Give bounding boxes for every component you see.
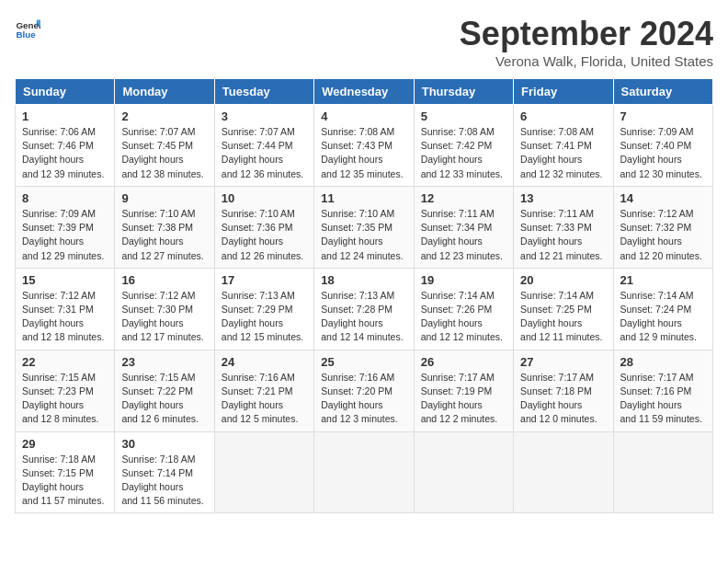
- day-info: Sunrise: 7:11 AM Sunset: 7:34 PM Dayligh…: [421, 207, 506, 263]
- day-info: Sunrise: 7:08 AM Sunset: 7:43 PM Dayligh…: [321, 125, 406, 181]
- day-info: Sunrise: 7:07 AM Sunset: 7:44 PM Dayligh…: [222, 125, 307, 181]
- day-info: Sunrise: 7:14 AM Sunset: 7:26 PM Dayligh…: [421, 289, 506, 345]
- calendar-cell: 22 Sunrise: 7:15 AM Sunset: 7:23 PM Dayl…: [16, 350, 115, 431]
- day-number: 22: [22, 355, 108, 369]
- day-info: Sunrise: 7:17 AM Sunset: 7:19 PM Dayligh…: [421, 371, 506, 427]
- calendar-row: 22 Sunrise: 7:15 AM Sunset: 7:23 PM Dayl…: [16, 350, 713, 431]
- day-info: Sunrise: 7:10 AM Sunset: 7:36 PM Dayligh…: [222, 207, 307, 263]
- day-number: 7: [620, 109, 706, 123]
- weekday-header: Wednesday: [314, 79, 414, 105]
- day-number: 10: [222, 191, 307, 205]
- calendar-cell: 29 Sunrise: 7:18 AM Sunset: 7:15 PM Dayl…: [16, 431, 115, 513]
- day-info: Sunrise: 7:17 AM Sunset: 7:18 PM Dayligh…: [520, 371, 606, 427]
- day-info: Sunrise: 7:17 AM Sunset: 7:16 PM Dayligh…: [620, 371, 706, 427]
- weekday-header-row: SundayMondayTuesdayWednesdayThursdayFrid…: [16, 79, 713, 105]
- day-number: 9: [121, 191, 207, 205]
- day-number: 11: [321, 191, 406, 205]
- calendar-cell: 18 Sunrise: 7:13 AM Sunset: 7:28 PM Dayl…: [314, 268, 414, 350]
- day-number: 18: [321, 273, 406, 287]
- logo-icon: General Blue: [15, 15, 40, 40]
- weekday-header: Monday: [115, 79, 214, 105]
- calendar-cell: 30 Sunrise: 7:18 AM Sunset: 7:14 PM Dayl…: [115, 431, 214, 513]
- calendar-cell: 10 Sunrise: 7:10 AM Sunset: 7:36 PM Dayl…: [214, 186, 313, 268]
- calendar-cell: 8 Sunrise: 7:09 AM Sunset: 7:39 PM Dayli…: [16, 186, 115, 268]
- day-number: 16: [121, 273, 207, 287]
- day-number: 19: [421, 273, 506, 287]
- calendar-cell: 4 Sunrise: 7:08 AM Sunset: 7:43 PM Dayli…: [314, 105, 414, 187]
- day-number: 29: [22, 437, 108, 451]
- calendar-row: 1 Sunrise: 7:06 AM Sunset: 7:46 PM Dayli…: [16, 105, 713, 187]
- weekday-header: Thursday: [414, 79, 513, 105]
- weekday-header: Saturday: [613, 79, 712, 105]
- calendar-cell: 12 Sunrise: 7:11 AM Sunset: 7:34 PM Dayl…: [414, 186, 513, 268]
- day-number: 20: [520, 273, 606, 287]
- calendar-cell: [514, 431, 613, 513]
- calendar-cell: [214, 431, 313, 513]
- calendar-cell: 23 Sunrise: 7:15 AM Sunset: 7:22 PM Dayl…: [115, 350, 214, 431]
- calendar-table: SundayMondayTuesdayWednesdayThursdayFrid…: [15, 78, 713, 513]
- calendar-cell: [414, 431, 513, 513]
- calendar-cell: 25 Sunrise: 7:16 AM Sunset: 7:20 PM Dayl…: [314, 350, 414, 431]
- day-number: 27: [520, 355, 606, 369]
- day-number: 23: [121, 355, 207, 369]
- weekday-header: Friday: [514, 79, 613, 105]
- day-number: 25: [321, 355, 406, 369]
- day-number: 17: [222, 273, 307, 287]
- day-info: Sunrise: 7:16 AM Sunset: 7:20 PM Dayligh…: [321, 371, 406, 427]
- title-area: September 2024 Verona Walk, Florida, Uni…: [460, 15, 713, 69]
- calendar-cell: 9 Sunrise: 7:10 AM Sunset: 7:38 PM Dayli…: [115, 186, 214, 268]
- day-number: 21: [620, 273, 706, 287]
- logo: General Blue: [15, 15, 40, 40]
- calendar-cell: 17 Sunrise: 7:13 AM Sunset: 7:29 PM Dayl…: [214, 268, 313, 350]
- calendar-row: 8 Sunrise: 7:09 AM Sunset: 7:39 PM Dayli…: [16, 186, 713, 268]
- calendar-cell: [613, 431, 712, 513]
- calendar-row: 29 Sunrise: 7:18 AM Sunset: 7:15 PM Dayl…: [16, 431, 713, 513]
- calendar-cell: 27 Sunrise: 7:17 AM Sunset: 7:18 PM Dayl…: [514, 350, 613, 431]
- calendar-cell: 2 Sunrise: 7:07 AM Sunset: 7:45 PM Dayli…: [115, 105, 214, 187]
- calendar-cell: 28 Sunrise: 7:17 AM Sunset: 7:16 PM Dayl…: [613, 350, 712, 431]
- day-number: 30: [121, 437, 207, 451]
- calendar-cell: 5 Sunrise: 7:08 AM Sunset: 7:42 PM Dayli…: [414, 105, 513, 187]
- calendar-cell: 13 Sunrise: 7:11 AM Sunset: 7:33 PM Dayl…: [514, 186, 613, 268]
- day-info: Sunrise: 7:18 AM Sunset: 7:15 PM Dayligh…: [22, 453, 108, 509]
- calendar-cell: [314, 431, 414, 513]
- day-info: Sunrise: 7:16 AM Sunset: 7:21 PM Dayligh…: [222, 371, 307, 427]
- day-info: Sunrise: 7:08 AM Sunset: 7:41 PM Dayligh…: [520, 125, 606, 181]
- day-number: 26: [421, 355, 506, 369]
- calendar-cell: 20 Sunrise: 7:14 AM Sunset: 7:25 PM Dayl…: [514, 268, 613, 350]
- day-number: 8: [22, 191, 108, 205]
- day-info: Sunrise: 7:08 AM Sunset: 7:42 PM Dayligh…: [421, 125, 506, 181]
- day-info: Sunrise: 7:15 AM Sunset: 7:23 PM Dayligh…: [22, 371, 108, 427]
- day-number: 3: [222, 109, 307, 123]
- day-number: 15: [22, 273, 108, 287]
- day-info: Sunrise: 7:12 AM Sunset: 7:30 PM Dayligh…: [121, 289, 207, 345]
- day-number: 14: [620, 191, 706, 205]
- day-info: Sunrise: 7:13 AM Sunset: 7:28 PM Dayligh…: [321, 289, 406, 345]
- weekday-header: Tuesday: [214, 79, 313, 105]
- calendar-row: 15 Sunrise: 7:12 AM Sunset: 7:31 PM Dayl…: [16, 268, 713, 350]
- calendar-cell: 11 Sunrise: 7:10 AM Sunset: 7:35 PM Dayl…: [314, 186, 414, 268]
- calendar-cell: 6 Sunrise: 7:08 AM Sunset: 7:41 PM Dayli…: [514, 105, 613, 187]
- day-number: 2: [121, 109, 207, 123]
- day-number: 6: [520, 109, 606, 123]
- day-number: 5: [421, 109, 506, 123]
- day-number: 12: [421, 191, 506, 205]
- calendar-cell: 19 Sunrise: 7:14 AM Sunset: 7:26 PM Dayl…: [414, 268, 513, 350]
- day-number: 1: [22, 109, 108, 123]
- day-info: Sunrise: 7:09 AM Sunset: 7:40 PM Dayligh…: [620, 125, 706, 181]
- calendar-cell: 21 Sunrise: 7:14 AM Sunset: 7:24 PM Dayl…: [613, 268, 712, 350]
- calendar-cell: 7 Sunrise: 7:09 AM Sunset: 7:40 PM Dayli…: [613, 105, 712, 187]
- calendar-cell: 1 Sunrise: 7:06 AM Sunset: 7:46 PM Dayli…: [16, 105, 115, 187]
- month-title: September 2024: [460, 15, 713, 53]
- weekday-header: Sunday: [16, 79, 115, 105]
- calendar-cell: 24 Sunrise: 7:16 AM Sunset: 7:21 PM Dayl…: [214, 350, 313, 431]
- day-info: Sunrise: 7:09 AM Sunset: 7:39 PM Dayligh…: [22, 207, 108, 263]
- day-number: 24: [222, 355, 307, 369]
- day-info: Sunrise: 7:18 AM Sunset: 7:14 PM Dayligh…: [121, 453, 207, 509]
- location-subtitle: Verona Walk, Florida, United States: [460, 53, 713, 69]
- day-number: 28: [620, 355, 706, 369]
- svg-text:Blue: Blue: [16, 29, 36, 40]
- day-info: Sunrise: 7:06 AM Sunset: 7:46 PM Dayligh…: [22, 125, 108, 181]
- day-info: Sunrise: 7:10 AM Sunset: 7:35 PM Dayligh…: [321, 207, 406, 263]
- day-info: Sunrise: 7:14 AM Sunset: 7:25 PM Dayligh…: [520, 289, 606, 345]
